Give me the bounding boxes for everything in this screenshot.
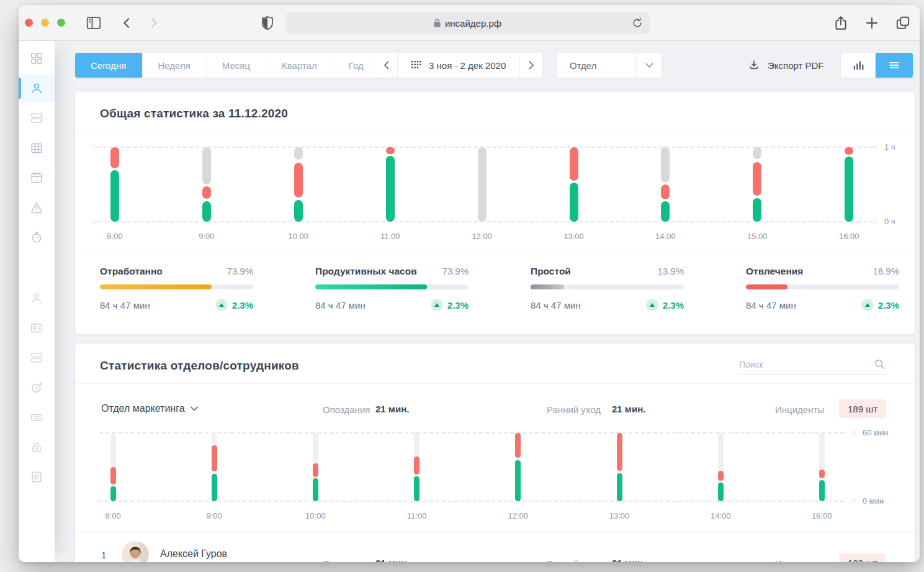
sidebar-item-id-card[interactable] <box>19 314 55 342</box>
hour-bar-10:00[interactable] <box>313 433 318 501</box>
close-window-button[interactable] <box>25 19 33 27</box>
sidebar-item-timer[interactable] <box>19 224 55 251</box>
period-tab-3[interactable]: Квартал <box>266 53 333 78</box>
x-axis-label: 12:00 <box>508 511 529 520</box>
sidebar-item-violations[interactable] <box>19 194 55 221</box>
hour-bar-9:00[interactable] <box>212 433 217 501</box>
minimize-window-button[interactable] <box>41 19 49 27</box>
keyboard-icon <box>30 411 43 424</box>
export-pdf-button[interactable]: Экспорт PDF <box>748 53 824 78</box>
stat-progress-track <box>746 284 899 289</box>
bar-segment-green <box>718 483 724 501</box>
period-tab-1[interactable]: Неделя <box>143 53 207 78</box>
departments-title: Статистика отделов/сотрудников <box>100 359 299 373</box>
hour-bar-12:00[interactable] <box>478 147 487 222</box>
hour-bar-13:00[interactable] <box>617 433 622 501</box>
bar-segment-green <box>212 474 217 501</box>
tabs-overview-icon[interactable] <box>895 15 911 31</box>
x-axis-label: 16:00 <box>839 232 859 241</box>
hour-bar-11:00[interactable] <box>414 433 419 501</box>
date-navigation: 3 ноя - 2 дек 2020 <box>375 53 542 78</box>
bar-segment-green <box>414 476 419 501</box>
incidents-label: Инциденты <box>775 404 824 415</box>
lock-icon <box>434 19 441 27</box>
bar-segment-red <box>414 456 419 474</box>
bar-segment-green <box>753 198 761 222</box>
hour-bar-10:00[interactable] <box>294 147 303 222</box>
stat-delta-value: 2.3% <box>232 300 253 311</box>
clock-sleep-icon <box>30 381 43 394</box>
department-chart: 60 мин 0 мин 8:009:0010:0011:0012:0013:0… <box>100 433 890 501</box>
department-name: Отдел маркетинга <box>101 403 185 414</box>
sidebar-item-profile[interactable] <box>19 284 55 312</box>
zoom-window-button[interactable] <box>57 19 65 27</box>
date-prev-button[interactable] <box>375 53 398 78</box>
hour-bar-9:00[interactable] <box>202 147 211 222</box>
sidebar-item-keyboard[interactable] <box>19 404 55 431</box>
bar-segment-red <box>110 467 116 484</box>
sidebar-item-schedule[interactable] <box>19 134 55 161</box>
period-tab-4[interactable]: Год <box>333 53 379 78</box>
sidebar-toggle-icon[interactable] <box>86 15 102 31</box>
search-input[interactable] <box>738 357 887 375</box>
calendar-dots-icon <box>411 61 422 70</box>
sidebar-item-idle-time[interactable] <box>19 374 55 401</box>
department-select[interactable]: Отдел <box>557 53 662 78</box>
new-tab-icon[interactable] <box>864 15 880 31</box>
hour-bar-8:00[interactable] <box>110 433 116 501</box>
forward-icon[interactable] <box>146 16 160 30</box>
hour-bar-15:00[interactable] <box>753 147 761 222</box>
user-icon <box>30 81 43 95</box>
trend-up-icon <box>646 299 658 311</box>
period-tabs: СегодняНеделяМесяцКварталГод <box>75 53 379 78</box>
period-tab-0[interactable]: Сегодня <box>75 53 143 78</box>
bar-segment-green <box>110 170 119 222</box>
period-tab-2[interactable]: Месяц <box>207 53 266 78</box>
chart-view-button[interactable] <box>841 53 876 78</box>
sidebar-item-dashboard[interactable] <box>19 45 55 72</box>
overall-stats-card: Общая статистика за 11.12.2020 1 ч 0 ч 8… <box>75 92 915 334</box>
bar-segment-green <box>661 201 670 222</box>
list-view-button[interactable] <box>876 53 913 78</box>
stat-value: 84 ч 47 мин <box>315 300 366 311</box>
employee-avatar[interactable] <box>122 541 149 562</box>
sidebar-item-employees[interactable] <box>19 75 55 102</box>
overall-chart: 1 ч 0 ч 8:009:0010:0011:0012:0013:0014:0… <box>100 147 890 222</box>
hour-bar-14:00[interactable] <box>718 433 724 501</box>
share-icon[interactable] <box>833 15 849 31</box>
sidebar-item-reports[interactable] <box>19 104 55 132</box>
sidebar-item-lists[interactable] <box>19 344 55 371</box>
hour-bar-13:00[interactable] <box>570 147 578 222</box>
sidebar-item-logs[interactable] <box>19 463 55 491</box>
sidebar-item-calendar[interactable]: 1 <box>19 164 55 191</box>
bar-chart-icon <box>853 60 864 71</box>
stat-delta: 2.3% <box>431 299 469 311</box>
privacy-shield-icon[interactable] <box>259 15 276 31</box>
summary-stat-2: Простой13.9%84 ч 47 мин2.3% <box>531 266 684 311</box>
reload-icon[interactable] <box>631 17 644 29</box>
address-bar[interactable]: инсайдер.рф <box>285 12 650 34</box>
warning-icon <box>30 201 43 214</box>
late-label: Опоздания <box>323 558 370 562</box>
bar-segment-red <box>819 470 825 479</box>
hour-bar-14:00[interactable] <box>661 147 670 222</box>
bar-segment-green <box>386 156 395 222</box>
sidebar-item-security[interactable] <box>19 434 55 461</box>
bar-segment-red <box>212 445 217 471</box>
hour-bar-11:00[interactable] <box>386 147 395 222</box>
x-axis-label: 16:00 <box>812 511 832 520</box>
bar-segment-green <box>313 478 318 501</box>
late-value: 21 мин. <box>375 404 409 414</box>
x-axis-label: 11:00 <box>407 511 427 520</box>
stat-percent: 13.9% <box>657 266 684 276</box>
stat-delta: 2.3% <box>215 299 253 311</box>
hour-bar-16:00[interactable] <box>819 433 825 501</box>
hour-bar-16:00[interactable] <box>845 147 853 222</box>
department-name-toggle[interactable]: Отдел маркетинга <box>101 403 198 414</box>
date-next-button[interactable] <box>520 53 542 78</box>
back-icon[interactable] <box>120 16 134 30</box>
hour-bar-12:00[interactable] <box>515 433 521 501</box>
hour-bar-8:00[interactable] <box>110 147 119 222</box>
date-range-button[interactable]: 3 ноя - 2 дек 2020 <box>398 53 520 78</box>
stat-progress-fill <box>315 284 427 289</box>
